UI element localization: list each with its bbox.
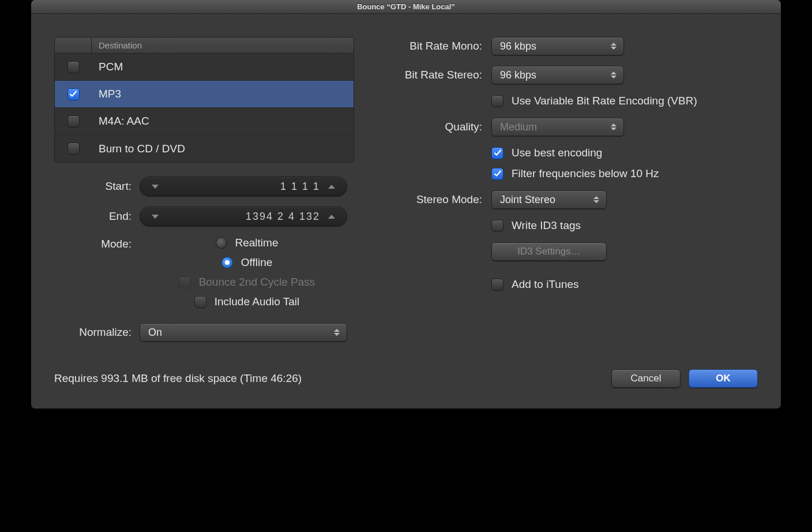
destination-label: Burn to CD / DVD [92,143,354,155]
mode-offline-radio[interactable] [221,257,233,268]
bitrate-stereo-value: 96 kbps [500,69,536,81]
normalize-label: Normalize: [54,326,131,339]
quality-popup[interactable]: Medium [491,118,624,136]
chevron-up-icon[interactable] [328,215,335,219]
footer: Requires 993.1 MB of free disk space (Ti… [31,369,781,409]
id3-settings-button[interactable]: ID3 Settings… [491,242,607,261]
destination-row-mp3[interactable]: MP3 [55,81,354,108]
bitrate-stereo-popup[interactable]: 96 kbps [491,66,624,84]
popup-arrows-icon [608,38,619,55]
best-encoding-label: Use best encoding [512,147,602,159]
end-stepper[interactable]: 1394 2 4 132 [140,207,347,226]
destination-header-label: Destination [92,38,354,53]
popup-arrows-icon [332,324,342,341]
vbr-checkbox[interactable] [491,95,503,107]
bounce-dialog: Bounce “GTD - Mike Local” Destination PC… [31,0,781,409]
destination-check-pcm[interactable] [67,61,80,73]
filter-freq-label: Filter frequencies below 10 Hz [512,167,659,180]
destination-check-burn[interactable] [67,143,80,155]
vbr-label: Use Variable Bit Rate Encoding (VBR) [512,95,697,107]
stereo-mode-label: Stereo Mode: [377,193,482,206]
window-title: Bounce “GTD - Mike Local” [31,0,781,14]
destination-label: PCM [92,61,354,73]
mode-realtime-radio[interactable] [216,237,227,249]
bitrate-mono-popup[interactable]: 96 kbps [491,37,624,55]
include-audio-tail-label: Include Audio Tail [215,295,300,308]
best-encoding-checkbox[interactable] [491,147,503,159]
start-stepper[interactable]: 1 1 1 1 [140,177,347,196]
write-id3-checkbox[interactable] [491,220,503,232]
start-label: Start: [54,180,131,193]
bounce-2nd-label: Bounce 2nd Cycle Pass [199,276,315,289]
cancel-button[interactable]: Cancel [611,369,681,388]
destination-label: M4A: AAC [92,115,354,128]
destination-row-m4a[interactable]: M4A: AAC [55,108,354,135]
stereo-mode-value: Joint Stereo [500,194,555,206]
status-text: Requires 993.1 MB of free disk space (Ti… [54,372,603,385]
destination-check-m4a[interactable] [67,115,80,128]
start-value: 1 1 1 1 [159,181,328,193]
popup-arrows-icon [608,118,619,136]
include-audio-tail-checkbox[interactable] [194,296,206,308]
stereo-mode-popup[interactable]: Joint Stereo [491,190,607,209]
destination-header: Destination [55,38,354,54]
write-id3-label: Write ID3 tags [512,219,581,232]
destination-check-mp3[interactable] [67,88,80,100]
chevron-down-icon[interactable] [152,185,159,189]
add-to-itunes-checkbox[interactable] [491,279,503,291]
bounce-2nd-checkbox [179,276,191,289]
add-to-itunes-label: Add to iTunes [512,278,579,291]
bitrate-mono-value: 96 kbps [500,40,536,53]
destination-label: MP3 [92,88,354,100]
bitrate-stereo-label: Bit Rate Stereo: [377,69,482,81]
end-label: End: [54,210,131,223]
destination-list: Destination PCM MP3 M4A: AAC Burn to CD … [54,37,354,163]
normalize-popup[interactable]: On [140,323,347,342]
chevron-down-icon[interactable] [152,215,159,219]
mode-realtime-label: Realtime [235,237,279,249]
right-column: Bit Rate Mono: 96 kbps Bit Rate Stereo: … [377,37,758,352]
mode-label: Mode: [54,237,131,250]
left-column: Destination PCM MP3 M4A: AAC Burn to CD … [54,37,354,352]
mode-offline-label: Offline [241,256,273,269]
destination-row-burn[interactable]: Burn to CD / DVD [55,135,354,162]
popup-arrows-icon [608,66,619,84]
bitrate-mono-label: Bit Rate Mono: [377,40,482,53]
destination-row-pcm[interactable]: PCM [55,54,354,81]
popup-arrows-icon [591,191,602,208]
end-value: 1394 2 4 132 [159,211,328,223]
quality-value: Medium [500,121,537,133]
filter-freq-checkbox[interactable] [491,168,503,180]
ok-button[interactable]: OK [689,369,758,388]
quality-label: Quality: [377,121,482,133]
chevron-up-icon[interactable] [328,185,335,189]
normalize-value: On [148,327,162,339]
